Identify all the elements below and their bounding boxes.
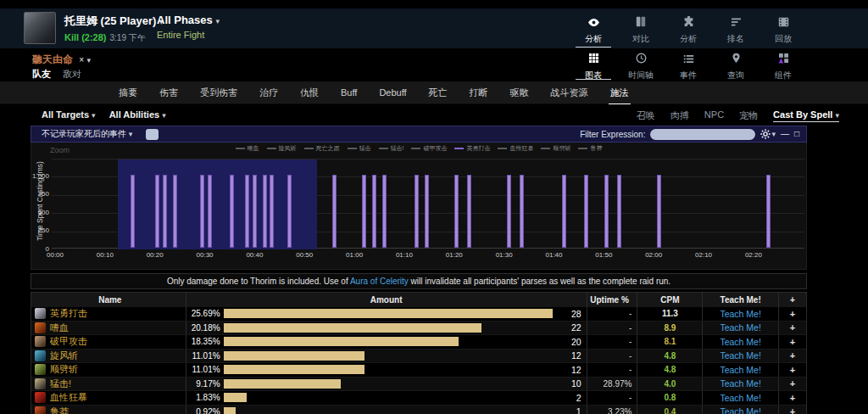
cast-bar[interactable] (155, 175, 159, 248)
tab-驱散[interactable]: 驱散 (510, 87, 529, 99)
cast-by-spell-dropdown[interactable]: Cast By Spell ▾ (773, 109, 839, 122)
teach-me-link[interactable]: Teach Me! (720, 378, 760, 389)
main-nav-item-ranking[interactable]: 排名 (712, 8, 760, 48)
legend-item[interactable]: 猛击 (348, 144, 371, 153)
teach-me-link[interactable]: Teach Me! (720, 406, 760, 414)
expand-row-button[interactable]: + (779, 322, 806, 335)
cast-bar[interactable] (332, 175, 337, 248)
cast-bar[interactable] (270, 175, 274, 248)
column-header-teach-me[interactable]: Teach Me! (703, 293, 779, 307)
tab-死亡[interactable]: 死亡 (429, 87, 448, 99)
tab-战斗资源[interactable]: 战斗资源 (551, 87, 588, 99)
view-nav-item-list[interactable]: 事件 (665, 48, 712, 81)
teach-me-link[interactable]: Teach Me! (720, 309, 760, 319)
faction-tab-friendlies[interactable]: 队友 (32, 68, 51, 81)
legend-item[interactable]: 血性狂暴 (498, 144, 533, 153)
filter-dropdown[interactable]: All Targets ▾ (42, 109, 96, 120)
death-filter-checkbox[interactable] (146, 129, 159, 140)
view-nav-item-grid[interactable]: 图表 (570, 48, 617, 81)
cast-bar[interactable] (372, 175, 376, 248)
legend-item[interactable]: 死亡之愿 (304, 144, 340, 153)
view-nav-item-blocks[interactable]: 组件 (760, 48, 807, 81)
ability-link[interactable]: 旋风斩 (50, 350, 78, 362)
source-chip-肉搏[interactable]: 肉搏 (670, 109, 689, 122)
teach-me-link[interactable]: Teach Me! (720, 350, 760, 361)
ability-link[interactable]: 英勇打击 (50, 307, 87, 320)
cast-bar[interactable] (173, 175, 177, 248)
cast-bar[interactable] (163, 175, 167, 248)
main-nav-item-replay[interactable]: 回放 (760, 8, 807, 48)
cast-bar[interactable] (382, 175, 387, 248)
legend-item[interactable]: 英勇打击 (454, 144, 490, 153)
column-header-[interactable]: + (779, 293, 806, 307)
teach-me-link[interactable]: Teach Me! (720, 322, 760, 333)
player-name[interactable]: 聽天由命 (32, 53, 73, 65)
expand-row-button[interactable]: + (779, 335, 806, 349)
tab-受到伤害[interactable]: 受到伤害 (200, 87, 237, 99)
view-nav-item-pin[interactable]: 查询 (712, 48, 760, 81)
cast-bar[interactable] (287, 175, 292, 248)
cast-bar[interactable] (253, 175, 257, 248)
cast-bar[interactable] (131, 175, 135, 248)
cast-bar[interactable] (766, 175, 771, 248)
ability-link[interactable]: 鲁莽 (50, 406, 69, 414)
filter-dropdown[interactable]: All Abilities ▾ (109, 109, 166, 120)
view-nav-item-clock[interactable]: 时间轴 (617, 48, 665, 81)
expand-row-button[interactable]: + (779, 363, 806, 377)
tab-仇恨[interactable]: 仇恨 (300, 87, 319, 99)
ability-link[interactable]: 猛击! (50, 378, 71, 390)
tab-伤害[interactable]: 伤害 (159, 87, 178, 99)
column-header-cpm[interactable]: CPM (637, 293, 703, 307)
tab-治疗[interactable]: 治疗 (259, 87, 278, 99)
main-nav-item-eye[interactable]: 分析 (570, 8, 617, 48)
teach-me-link[interactable]: Teach Me! (720, 365, 760, 375)
aura-of-celerity-link[interactable]: Aura of Celerity (350, 277, 409, 286)
death-filter-dropdown[interactable]: 不记录玩家死后的事件 ▾ (42, 128, 132, 140)
teach-me-link[interactable]: Teach Me! (720, 393, 760, 403)
maximize-icon[interactable]: □ (794, 130, 799, 138)
ability-link[interactable]: 破甲攻击 (50, 335, 87, 348)
cast-bar[interactable] (362, 175, 366, 248)
plot-area[interactable] (52, 159, 804, 249)
cast-bar[interactable] (208, 175, 212, 248)
teach-me-link[interactable]: Teach Me! (720, 337, 760, 347)
tab-打断[interactable]: 打断 (470, 87, 488, 99)
column-header-name[interactable]: Name (31, 293, 186, 307)
expand-row-button[interactable]: + (779, 378, 806, 391)
source-chip-NPC[interactable]: NPC (704, 109, 724, 122)
boss-portrait[interactable] (24, 12, 56, 44)
chevron-down-icon[interactable]: ▾ (87, 56, 92, 64)
source-chip-召唤[interactable]: 召唤 (637, 109, 655, 122)
chart-settings-button[interactable]: ▾ (760, 129, 776, 139)
legend-item[interactable]: 猛击! (379, 144, 404, 153)
legend-item[interactable]: 旋风斩 (267, 144, 297, 153)
cast-bar[interactable] (230, 175, 234, 248)
column-header-amount[interactable]: Amount (186, 293, 587, 307)
tab-Debuff[interactable]: Debuff (379, 87, 406, 98)
expand-row-button[interactable]: + (779, 350, 806, 363)
tab-Buff[interactable]: Buff (341, 87, 357, 98)
cast-bar[interactable] (200, 175, 204, 248)
close-icon[interactable]: × (79, 55, 84, 64)
main-nav-item-compare[interactable]: 对比 (617, 8, 665, 48)
expand-row-button[interactable]: + (779, 391, 806, 405)
legend-item[interactable]: 顺劈斩 (541, 144, 570, 153)
cast-bar[interactable] (604, 175, 609, 248)
faction-tab-enemies[interactable]: 敌对 (63, 68, 81, 81)
cast-bar[interactable] (454, 175, 459, 248)
expand-row-button[interactable]: + (779, 406, 806, 414)
ability-link[interactable]: 血性狂暴 (50, 391, 87, 404)
expand-row-button[interactable]: + (779, 307, 806, 321)
boss-name-dropdown[interactable]: 托里姆 (25 Player) ▾ (64, 14, 164, 29)
ability-link[interactable]: 嗜血 (50, 322, 69, 334)
cast-bar[interactable] (657, 175, 661, 248)
main-nav-item-puzzle[interactable]: 分析 (665, 8, 712, 48)
tab-摘要[interactable]: 摘要 (119, 87, 137, 99)
cast-bar[interactable] (562, 175, 566, 248)
cast-bar[interactable] (415, 175, 419, 248)
ability-link[interactable]: 顺劈斩 (50, 363, 78, 376)
cast-bar[interactable] (467, 175, 471, 248)
cast-bar[interactable] (507, 175, 511, 248)
minimize-icon[interactable]: — (781, 130, 789, 138)
cast-bar[interactable] (617, 175, 621, 248)
